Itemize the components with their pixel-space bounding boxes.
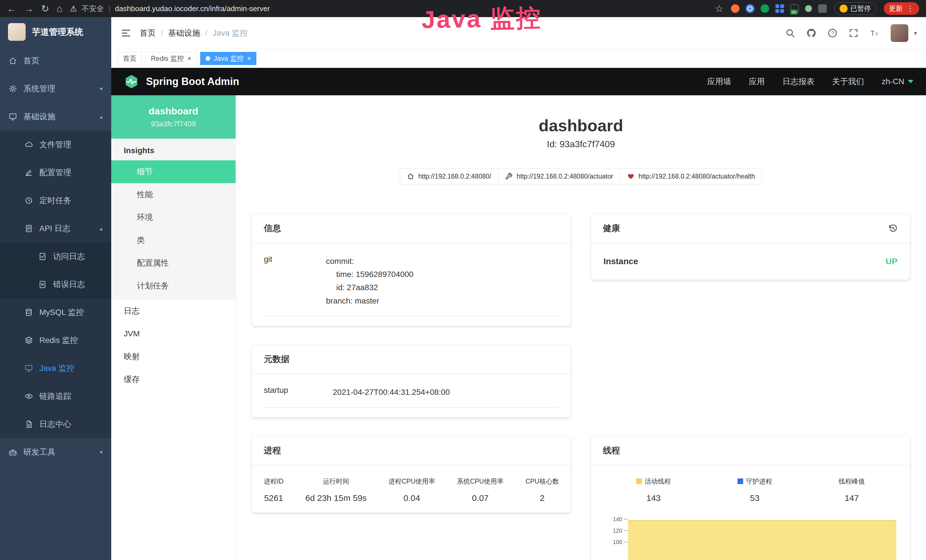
instance-health-link[interactable]: http://192.168.0.2:48080/actuator/health [620,168,762,184]
sba-menu-details[interactable]: 细节 [111,160,236,183]
fullscreen-icon[interactable] [849,28,859,38]
sidebar-item-java-monitor[interactable]: Java 监控 [0,354,111,382]
security-label[interactable]: 不安全 [82,4,104,14]
extension-icon[interactable] [746,4,754,13]
instance-root-link[interactable]: http://192.168.0.2:48080/ [400,168,498,184]
sidebar-item-log-center[interactable]: 日志中心 [0,410,111,438]
threads-active-col: 活动线程 143 [636,477,671,503]
breadcrumb: 首页 / 基础设施 / Java 监控 [140,28,248,38]
active-threads-swatch [636,478,642,484]
sidebar-item-system[interactable]: 系统管理 ▾ [0,75,111,103]
metadata-card-title: 元数据 [252,345,571,374]
github-icon[interactable] [806,28,817,38]
sidebar-item-mysql-monitor[interactable]: MySQL 监控 [0,298,111,326]
sidebar-item-label: 日志中心 [39,419,71,430]
threads-chart: 140 120 100 [603,516,898,560]
sidebar-item-label: 研发工具 [23,447,55,458]
extension-icon[interactable] [731,4,740,13]
user-avatar[interactable] [891,24,908,42]
threads-card-title: 线程 [591,436,910,466]
help-icon[interactable]: ? [827,28,838,38]
sidebar-item-trace[interactable]: 链路追踪 [0,382,111,410]
instance-id: 93a3fc7f7409 [111,120,236,129]
tab-redis-monitor[interactable]: Redis 监控 × [145,52,197,65]
sba-menu-classes[interactable]: 类 [111,229,236,251]
sidebar-item-devtools[interactable]: 研发工具 ▾ [0,438,111,466]
security-warning-icon[interactable]: ⚠ [70,4,77,14]
access-log-icon [38,252,47,261]
sidebar-item-redis-monitor[interactable]: Redis 监控 [0,326,111,354]
sba-body: dashboard 93a3fc7f7409 Insights 细节 性能 环境… [111,95,926,560]
extension-icon[interactable]: on [790,4,799,13]
extension-icon[interactable] [805,5,812,12]
sba-menu-jvm[interactable]: JVM [111,322,236,345]
sba-menu-scheduled-tasks[interactable]: 计划任务 [111,274,236,297]
hamburger-icon[interactable] [120,27,132,39]
close-icon[interactable]: × [188,55,191,62]
breadcrumb-item-current: Java 监控 [213,28,248,38]
search-icon[interactable] [785,28,795,38]
sba-nav-journal[interactable]: 日志报表 [782,76,814,87]
toolbox-icon [9,448,17,456]
extension-icon[interactable] [775,4,784,13]
forward-icon[interactable]: → [24,4,34,14]
sba-menu-caches[interactable]: 缓存 [111,368,236,391]
threads-chart-y-axis: 140 120 100 [603,516,627,560]
info-card-title: 信息 [252,214,571,243]
threads-daemon-col: 守护进程 53 [737,477,772,503]
health-instance-row[interactable]: Instance UP [603,255,898,270]
sba-menu-loggers[interactable]: 日志 [111,300,236,322]
breadcrumb-item[interactable]: 基础设施 [168,28,200,38]
process-col-pid: 进程ID 5261 [264,477,283,503]
sidebar-item-access-log[interactable]: 访问日志 [0,242,111,271]
sba-menu-performance[interactable]: 性能 [111,183,236,206]
back-icon[interactable]: ← [7,4,17,14]
health-card-title: 健康 [603,222,620,234]
reload-icon[interactable]: ↻ [41,4,49,14]
instance-header[interactable]: dashboard 93a3fc7f7409 [111,95,236,139]
sidebar-item-label: 首页 [23,55,39,66]
svg-text:T: T [870,29,875,37]
tab-java-monitor[interactable]: Java 监控 × [200,52,256,65]
font-size-icon[interactable]: TT [870,28,880,38]
extension-icon[interactable] [761,4,769,13]
header-actions: ? TT ▾ [785,24,917,42]
sba-nav-applications[interactable]: 应用 [749,76,765,87]
sba-nav-wallboard[interactable]: 应用墙 [707,76,731,87]
instance-actuator-link[interactable]: http://192.168.0.2:48080/actuator [498,168,620,184]
sidebar-item-config-manage[interactable]: 配置管理 [0,159,111,186]
chrome-update-button[interactable]: 更新 ⋮ [884,2,919,15]
wrench-icon [505,173,513,180]
breadcrumb-item[interactable]: 首页 [140,28,156,38]
threads-peak-col: 线程峰值 147 [839,477,865,503]
link-url: http://192.168.0.2:48080/ [418,173,492,180]
browser-menu-icon[interactable]: ⋮ [906,4,914,13]
bookmark-star-icon[interactable]: ☆ [715,4,723,14]
sidebar-item-infra[interactable]: 基础设施 ▴ [0,103,111,131]
avatar-caret-icon[interactable]: ▾ [914,30,917,36]
locale-selector[interactable]: zh-CN [882,77,914,86]
history-icon[interactable] [888,224,898,233]
infrastructure-icon [9,112,17,121]
info-value: commit: time: 1596289704000 id: 27aa832 … [326,255,413,307]
sidebar-item-api-log[interactable]: API 日志 ▴ [0,215,111,242]
close-icon[interactable]: × [247,55,251,62]
tab-home[interactable]: 首页 [118,52,142,65]
address-bar[interactable]: ⚠ 不安全 | dashboard.yudao.iocoder.cn/infra… [70,4,707,14]
puzzle-extension-icon[interactable] [818,4,827,13]
sidebar-item-home[interactable]: 首页 [0,47,111,75]
sba-menu-environment[interactable]: 环境 [111,206,236,229]
sidebar-item-scheduled-jobs[interactable]: 定时任务 [0,186,111,215]
profile-paused-badge[interactable]: 已暂停 [834,2,876,15]
url-text[interactable]: dashboard.yudao.iocoder.cn/infra/admin-s… [115,4,270,13]
sba-nav-about[interactable]: 关于我们 [832,76,864,87]
svg-text:?: ? [831,30,834,36]
sba-menu-mappings[interactable]: 映射 [111,345,236,368]
status-badge: UP [885,256,897,266]
home-icon [407,173,415,180]
sba-menu-configprops[interactable]: 配置属性 [111,251,236,274]
sidebar-item-error-log[interactable]: 错误日志 [0,271,111,298]
sba-brand[interactable]: Spring Boot Admin [124,74,239,89]
browser-home-icon[interactable]: ⌂ [57,4,63,14]
sidebar-item-file-manage[interactable]: 文件管理 [0,131,111,159]
